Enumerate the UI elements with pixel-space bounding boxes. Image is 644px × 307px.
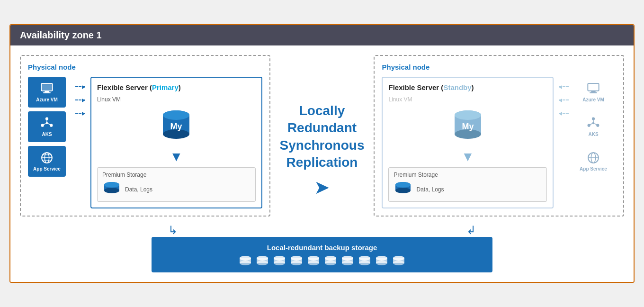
svg-point-70 — [359, 261, 370, 265]
left-aks-box: AKS — [28, 111, 66, 142]
primary-mysql-icon: My — [160, 107, 193, 144]
svg-point-61 — [308, 261, 319, 265]
svg-text:My: My — [170, 122, 182, 131]
replication-section: LocallyRedundantSynchronousReplication ➤ — [280, 55, 365, 198]
right-azure-vm-box: Azure VM — [574, 77, 612, 108]
svg-rect-34 — [588, 83, 599, 91]
standby-down-arrow: ▼ — [388, 150, 547, 163]
standby-server-title: Flexible Server (Standby) — [388, 83, 547, 91]
diagram-container: Availability zone 1 Physical node — [9, 24, 635, 283]
right-azure-vm-row: Azure VM — [574, 77, 616, 108]
aks-connector — [75, 99, 85, 100]
primary-linux-vm: Linux VM — [97, 96, 256, 103]
svg-point-52 — [257, 261, 268, 265]
svg-point-76 — [393, 261, 404, 265]
vm-connector-right — [559, 86, 569, 87]
backup-label: Local-redundant backup storage — [170, 244, 474, 252]
backup-db-3 — [272, 255, 286, 266]
backup-section: ↳ ↲ Local-redundant backup storage — [20, 224, 624, 272]
right-node-label: Physical node — [382, 63, 616, 71]
right-aks-box: AKS — [574, 111, 612, 142]
standby-storage-icons: Data, Logs — [394, 181, 542, 198]
svg-point-55 — [274, 261, 285, 265]
svg-point-67 — [342, 261, 353, 265]
backup-db-2 — [255, 255, 269, 266]
svg-point-49 — [240, 261, 251, 265]
left-appservice-box: App Service — [28, 146, 66, 177]
primary-storage-text: Data, Logs — [125, 186, 152, 193]
primary-server-title: Flexible Server (Primary) — [97, 83, 256, 91]
svg-point-73 — [376, 261, 387, 265]
left-azure-vm-row: Azure VM — [28, 77, 70, 108]
svg-rect-3 — [42, 84, 52, 90]
svg-point-4 — [45, 117, 48, 120]
backup-db-9 — [375, 255, 389, 266]
svg-point-23 — [104, 188, 119, 193]
primary-down-arrow: ▼ — [97, 150, 256, 163]
standby-linux-vm: Linux VM — [388, 96, 547, 103]
standby-storage-box: Premium Storage Data, Logs — [388, 167, 547, 202]
svg-line-43 — [594, 124, 597, 125]
standby-mysql-icon: My — [451, 107, 484, 144]
svg-point-33 — [395, 182, 411, 188]
left-aks-row: AKS — [28, 111, 70, 142]
svg-point-32 — [395, 188, 411, 193]
backup-bar: Local-redundant backup storage — [152, 237, 492, 272]
primary-storage-label: Premium Storage — [102, 172, 250, 178]
standby-server-box: Flexible Server (Standby) Linux VM My — [382, 77, 554, 208]
svg-text:My: My — [462, 122, 474, 131]
replication-label: LocallyRedundantSynchronousReplication — [280, 102, 365, 172]
app-connector-right — [559, 113, 569, 114]
svg-point-24 — [104, 182, 119, 188]
backup-db-5 — [306, 255, 321, 266]
left-azure-vm-box: Azure VM — [28, 77, 66, 108]
left-node-label: Physical node — [28, 63, 262, 71]
svg-point-19 — [163, 110, 189, 120]
standby-storage-text: Data, Logs — [416, 186, 444, 193]
right-backup-arrow: ↲ — [466, 224, 476, 237]
svg-point-64 — [325, 261, 336, 265]
svg-rect-36 — [590, 92, 597, 93]
replication-arrow: ➤ — [314, 176, 330, 198]
vm-connector — [75, 86, 85, 87]
backup-db-1 — [238, 255, 252, 266]
svg-point-58 — [291, 261, 302, 265]
backup-db-6 — [323, 255, 338, 266]
left-appservice-row: App Service — [28, 146, 70, 177]
left-backup-arrow: ↳ — [168, 224, 178, 237]
app-connector — [75, 113, 85, 114]
primary-db-icon — [102, 181, 121, 198]
left-physical-node: Physical node — [20, 55, 270, 217]
svg-rect-2 — [43, 92, 51, 93]
svg-line-42 — [590, 124, 592, 125]
right-physical-node: Physical node Flexible Server (Standby) … — [374, 55, 624, 217]
right-aks-row: AKS — [574, 111, 616, 142]
backup-db-4 — [289, 255, 304, 266]
right-appservice-row: App Service — [574, 146, 616, 177]
primary-server-box: Flexible Server (Primary) Linux VM — [90, 77, 262, 208]
svg-line-10 — [48, 124, 50, 125]
primary-storage-icons: Data, Logs — [102, 181, 250, 198]
svg-line-9 — [44, 124, 46, 125]
backup-db-10 — [392, 255, 406, 266]
svg-point-7 — [46, 122, 48, 125]
right-appservice-box: App Service — [574, 146, 612, 177]
backup-db-7 — [340, 255, 355, 266]
az-title: Availability zone 1 — [20, 30, 102, 40]
svg-point-28 — [455, 110, 481, 120]
az-header: Availability zone 1 — [10, 25, 634, 45]
primary-storage-box: Premium Storage Data, Logs — [97, 167, 256, 202]
standby-storage-label: Premium Storage — [394, 172, 542, 178]
az-body: Physical node — [10, 45, 634, 282]
svg-rect-1 — [45, 91, 49, 92]
aks-connector-right — [559, 99, 569, 100]
svg-point-40 — [592, 122, 595, 125]
svg-point-37 — [592, 117, 595, 120]
svg-rect-35 — [591, 91, 595, 92]
standby-db-icon — [394, 181, 412, 198]
backup-db-8 — [358, 255, 372, 266]
backup-icons-row — [170, 255, 474, 266]
